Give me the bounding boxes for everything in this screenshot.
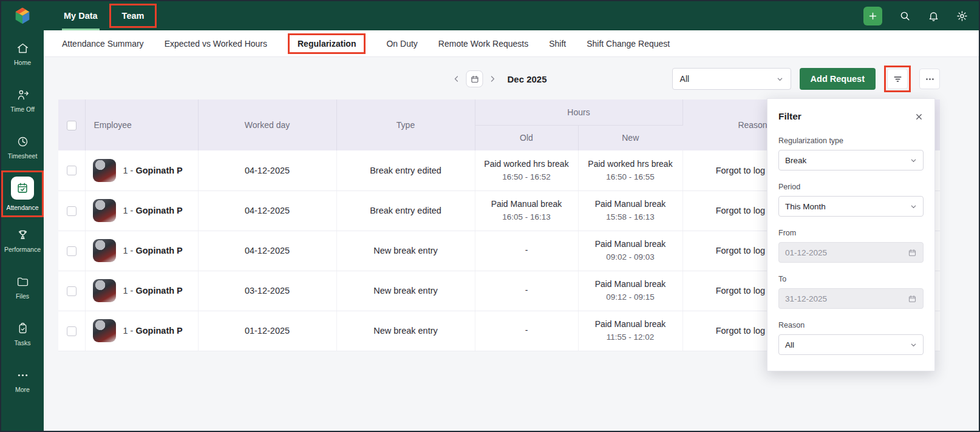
old-hours-cell: - [475, 231, 578, 271]
sidebar-item-tasks[interactable]: Tasks [1, 311, 44, 357]
new-hours-cell: Paid Manual break09:02 - 09:03 [578, 231, 682, 271]
sidebar-item-label: Performance [4, 246, 41, 253]
sidebar-item-time-off[interactable]: Time Off [1, 77, 44, 124]
gear-icon[interactable] [956, 10, 968, 22]
worked-day-cell: 01-12-2025 [198, 311, 336, 351]
sidebar-item-files[interactable]: Files [1, 264, 44, 311]
column-header-new: New [578, 125, 682, 150]
employee-avatar [93, 199, 116, 222]
ellipsis-icon [925, 74, 935, 84]
sidebar-item-label: More [15, 386, 30, 393]
sidebar-item-home[interactable]: Home [1, 30, 44, 77]
subnav-shift[interactable]: Shift [549, 39, 566, 49]
app-logo-icon [12, 5, 33, 26]
type-cell: New break entry [336, 311, 475, 351]
employee-label: 1 - Gopinath P [123, 206, 183, 215]
time-off-icon [16, 89, 29, 101]
subnav-expected-vs-worked-hours[interactable]: Expected vs Worked Hours [165, 39, 267, 49]
topbar-actions [863, 7, 968, 25]
row-checkbox[interactable] [67, 206, 77, 216]
employee-label: 1 - Gopinath P [123, 326, 183, 336]
tab-my-data[interactable]: My Data [62, 1, 100, 30]
attendance-subnav: Attendance Summary Expected vs Worked Ho… [44, 30, 979, 57]
new-hours-cell: Paid worked hrs break16:50 - 16:55 [578, 150, 682, 191]
calendar-icon [908, 248, 917, 257]
filter-panel: Filter Regularization type Break Period … [767, 98, 935, 371]
filter-regularization-type-value: Break [785, 156, 806, 165]
chevron-down-icon [910, 157, 917, 164]
add-request-button[interactable]: Add Request [800, 68, 876, 90]
sidebar-item-label: Tasks [15, 339, 31, 346]
column-header-old: Old [475, 125, 578, 150]
row-checkbox[interactable] [67, 246, 77, 256]
sidebar-item-label: Timesheet [8, 152, 38, 160]
sidebar-item-label: Files [16, 292, 29, 300]
chevron-left-icon[interactable] [451, 74, 461, 84]
employee-avatar [93, 239, 116, 262]
home-icon [16, 42, 29, 55]
worked-day-cell: 04-12-2025 [198, 231, 336, 271]
more-options-button[interactable] [919, 69, 940, 89]
sidebar-item-label: Time Off [10, 106, 35, 113]
tasks-icon [16, 322, 29, 335]
filter-regularization-type-select[interactable]: Break [778, 150, 924, 170]
main-area: My Data Team Attendance Summary Expected… [44, 1, 979, 431]
filter-from-date-input[interactable]: 01-12-2025 [778, 242, 924, 263]
employee-avatar [93, 279, 116, 302]
filter-label-reason: Reason [778, 321, 924, 329]
row-checkbox[interactable] [67, 166, 77, 175]
close-icon[interactable] [914, 112, 924, 121]
attendance-icon-pill [11, 177, 34, 200]
employee-label: 1 - Gopinath P [123, 286, 183, 295]
search-icon[interactable] [899, 10, 911, 22]
calendar-picker-button[interactable] [466, 70, 483, 87]
quick-add-button[interactable] [863, 7, 882, 25]
row-checkbox[interactable] [67, 286, 77, 296]
sidebar-item-attendance[interactable]: Attendance [1, 170, 44, 217]
tab-team[interactable]: Team [120, 5, 146, 26]
worked-day-cell: 04-12-2025 [198, 191, 336, 231]
filter-label-from: From [778, 229, 924, 237]
subnav-on-duty[interactable]: On Duty [386, 39, 417, 49]
filter-icon [893, 74, 903, 84]
row-checkbox[interactable] [67, 326, 77, 336]
status-filter-select[interactable]: All [672, 68, 791, 90]
more-icon [16, 369, 29, 382]
filter-period-select[interactable]: This Month [778, 196, 924, 217]
column-header-worked-day: Worked day [198, 100, 336, 150]
bell-icon[interactable] [928, 10, 939, 22]
type-cell: Break entry edited [336, 150, 475, 191]
filter-reason-value: All [785, 340, 794, 349]
performance-icon [16, 229, 29, 241]
employee-label: 1 - Gopinath P [123, 166, 183, 175]
calendar-icon [908, 294, 917, 303]
new-hours-cell: Paid Manual break09:12 - 09:15 [578, 271, 682, 311]
select-all-checkbox[interactable] [67, 121, 77, 130]
topbar: My Data Team [44, 1, 979, 30]
filter-panel-title: Filter [778, 111, 801, 122]
sidebar-item-label: Home [14, 59, 31, 66]
status-filter-value: All [680, 74, 690, 84]
annotation-box-filter [884, 66, 911, 92]
worked-day-cell: 04-12-2025 [198, 150, 336, 191]
select-all-header [58, 100, 85, 150]
sidebar-item-timesheet[interactable]: Timesheet [1, 124, 44, 170]
annotation-box-regularization: Regularization [288, 33, 366, 54]
employee-label: 1 - Gopinath P [123, 246, 183, 255]
subnav-attendance-summary[interactable]: Attendance Summary [62, 39, 144, 49]
filter-label-to: To [778, 275, 924, 283]
filter-reason-select[interactable]: All [778, 334, 924, 355]
subnav-regularization[interactable]: Regularization [298, 39, 356, 49]
type-cell: Break entry edited [336, 191, 475, 231]
sidebar-item-performance[interactable]: Performance [1, 217, 44, 264]
chevron-down-icon [777, 76, 783, 83]
filter-button[interactable] [887, 69, 908, 89]
sidebar-item-more[interactable]: More [1, 357, 44, 404]
calendar-icon [470, 75, 479, 84]
subnav-remote-work-requests[interactable]: Remote Work Requests [438, 39, 528, 49]
column-header-employee: Employee [85, 100, 198, 150]
filter-to-date-input[interactable]: 31-12-2025 [778, 288, 924, 309]
subnav-shift-change-request[interactable]: Shift Change Request [587, 39, 670, 49]
chevron-right-icon[interactable] [488, 74, 497, 84]
employee-avatar [93, 319, 116, 342]
